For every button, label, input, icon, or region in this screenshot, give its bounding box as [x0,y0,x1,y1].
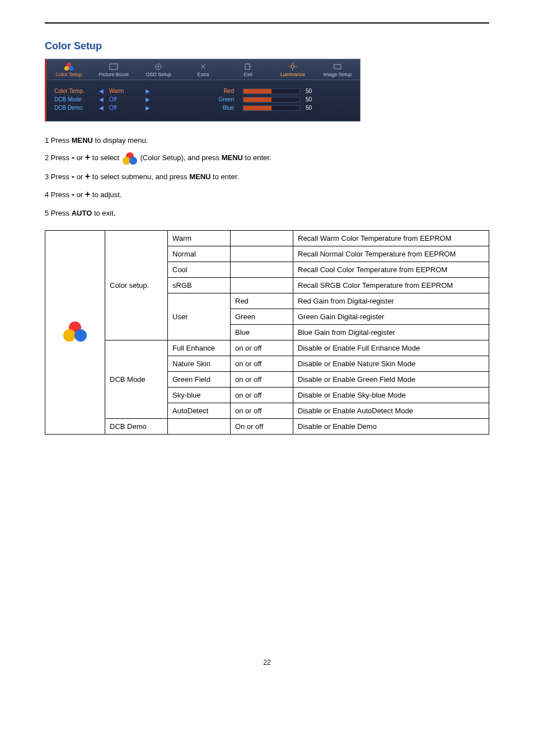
table-row: Color setup. Warm Recall Warm Color Temp… [45,230,489,246]
osd-tab-label: Color Setup [55,72,82,77]
sub-cell: AutoDetect [168,403,231,418]
image-setup-icon [333,63,342,71]
settings-table: Color setup. Warm Recall Warm Color Temp… [45,230,489,435]
osd-tab-luminance: Luminance [270,59,315,80]
desc-cell: Disable or Enable Green Field Mode [293,371,489,387]
slider-value: 50 [306,88,319,94]
svg-rect-8 [245,64,250,69]
svg-rect-3 [110,64,118,69]
text: or [74,190,85,199]
osd-tab-bar: Color Setup Picture Boost OSD Setup Extr… [46,59,360,80]
osd-row-label: DCB Demo [54,105,93,111]
osd-setup-icon [154,63,163,71]
arrow-left-icon: ◀ [99,96,104,102]
opt-cell: Green [231,309,293,324]
opt-cell [231,230,293,246]
sub-cell: Cool [168,262,231,277]
table-row: DCB Demo On or off Disable or Enable Dem… [45,418,489,434]
page-number: 22 [45,659,489,666]
sub-cell: Green Field [168,371,231,387]
osd-body: Color Temp. ◀ Warm ▶ Red 50 DCB Mode ◀ O… [46,80,360,121]
text: to display menu. [93,136,148,144]
color-setup-icon [123,152,137,165]
osd-tab-label: Picture Boost [99,72,129,77]
osd-tab-osd-setup: OSD Setup [136,59,181,80]
slider-track [243,105,300,111]
key-auto: AUTO [72,209,92,217]
instruction-4: 4 Press - or + to adjust. [45,188,489,200]
sub-cell: Full Enhance [168,340,231,356]
osd-row-value: Warm [109,88,140,94]
sub-cell: User [168,293,231,340]
opt-cell [231,277,293,293]
desc-cell: Recall Warm Color Temperature from EEPRO… [293,230,489,246]
opt-cell: on or off [231,356,293,371]
desc-cell: Recall SRGB Color Temperature from EEPRO… [293,277,489,293]
desc-cell: Red Gain from Digital-register [293,293,489,309]
svg-rect-15 [334,64,341,69]
osd-tab-image-setup: Image Setup [315,59,360,80]
osd-screenshot: Color Setup Picture Boost OSD Setup Extr… [45,59,360,122]
osd-tab-label: Luminance [280,72,305,77]
opt-cell: on or off [231,387,293,403]
text: or [74,172,85,181]
key-menu: MENU [72,136,93,144]
text: to enter. [210,172,239,181]
sub-cell: Warm [168,230,231,246]
slider-track [243,88,300,94]
key-plus: + [85,171,90,181]
osd-row-value: Off [109,96,140,102]
sub-cell [168,418,231,434]
category-cell: DCB Demo [105,418,168,434]
slider-track [243,97,300,102]
osd-tab-label: Image Setup [323,72,352,77]
desc-cell: Disable or Enable Full Enhance Mode [293,340,489,356]
osd-tab-exit: Exit [226,59,270,80]
osd-row-dcb-demo: DCB Demo ◀ Off ▶ Blue 50 [54,105,352,111]
osd-tab-label: Extra [197,72,209,77]
table-icon-cell [45,230,105,434]
table-row: DCB Mode Full Enhance on or off Disable … [45,340,489,356]
text: (Color Setup), and press [140,153,221,162]
osd-tab-color-setup: Color Setup [46,59,91,80]
desc-cell: Disable or Enable Sky-blue Mode [293,387,489,403]
osd-row-value: Off [109,105,140,111]
exit-icon [244,63,252,71]
opt-cell: on or off [231,340,293,356]
key-plus: + [85,189,90,199]
text: to select [90,153,121,162]
svg-point-5 [158,66,160,68]
text: or [74,153,85,162]
slider-label: Red [212,88,237,94]
opt-cell: on or off [231,403,293,418]
color-setup-icon [63,321,87,342]
luminance-icon [289,63,297,71]
osd-tab-picture-boost: Picture Boost [91,59,136,80]
color-setup-icon [63,63,74,71]
category-cell: Color setup. [105,230,168,340]
instruction-3: 3 Press - or + to select submenu, and pr… [45,170,489,183]
arrow-right-icon: ▶ [146,96,150,102]
instruction-1: 1 Press MENU to display menu. [45,136,489,146]
arrow-left-icon: ◀ [99,88,104,94]
desc-cell: Disable or Enable AutoDetect Mode [293,403,489,418]
text: 4 Press [45,190,72,199]
extra-icon [199,63,207,71]
opt-cell [231,246,293,262]
arrow-left-icon: ◀ [99,105,104,111]
category-cell: DCB Mode [105,340,168,418]
osd-row-label: DCB Mode [54,96,93,102]
picture-boost-icon [109,63,119,71]
text: 1 Press [45,136,72,144]
osd-tab-label: Exit [243,72,252,77]
osd-row-color-temp: Color Temp. ◀ Warm ▶ Red 50 [54,88,352,94]
opt-cell: on or off [231,371,293,387]
opt-cell: Blue [231,324,293,340]
sub-cell: Normal [168,246,231,262]
text: 3 Press [45,172,72,181]
svg-point-1 [64,66,69,71]
text: 5 Press [45,209,72,217]
opt-cell: On or off [231,418,293,434]
desc-cell: Recall Normal Color Temperature from EEP… [293,246,489,262]
text: to exit [92,209,113,217]
